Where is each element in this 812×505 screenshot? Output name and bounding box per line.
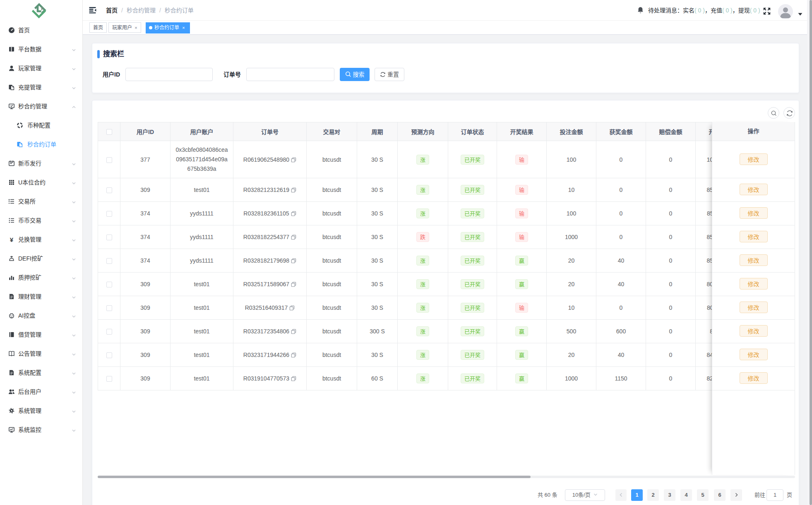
svg-text:¥: ¥ bbox=[10, 236, 14, 243]
